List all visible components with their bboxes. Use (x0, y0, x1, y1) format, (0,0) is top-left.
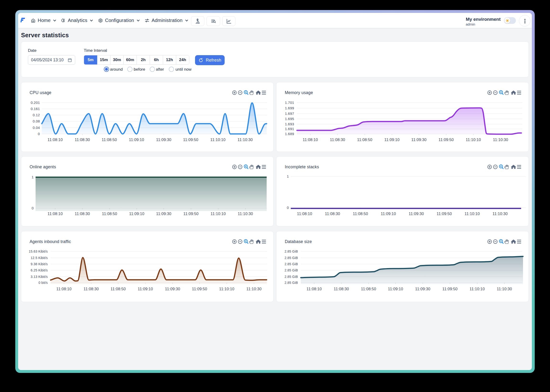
svg-text:11:08:50: 11:08:50 (353, 211, 368, 216)
svg-text:11:09:10: 11:09:10 (388, 287, 403, 291)
svg-text:11:08:30: 11:08:30 (334, 287, 349, 291)
svg-text:11:08:10: 11:08:10 (48, 138, 63, 142)
svg-text:11:10:30: 11:10:30 (497, 287, 512, 291)
svg-text:11:09:30: 11:09:30 (409, 211, 424, 216)
svg-text:11:10:10: 11:10:10 (466, 138, 481, 142)
svg-text:12.5 Kibit/s: 12.5 Kibit/s (31, 256, 48, 260)
svg-text:1: 1 (287, 174, 289, 178)
svg-text:1.697: 1.697 (285, 112, 294, 116)
svg-text:1.693: 1.693 (285, 122, 294, 126)
svg-text:11:09:30: 11:09:30 (411, 138, 427, 142)
svg-text:11:08:50: 11:08:50 (361, 287, 376, 291)
svg-text:11:09:50: 11:09:50 (183, 211, 199, 216)
svg-text:1.699: 1.699 (285, 106, 294, 110)
svg-text:11:09:10: 11:09:10 (129, 211, 144, 216)
svg-text:1: 1 (32, 175, 34, 179)
svg-text:11:09:30: 11:09:30 (156, 138, 171, 142)
svg-text:11:09:10: 11:09:10 (129, 138, 144, 142)
svg-text:11:09:10: 11:09:10 (384, 138, 400, 142)
svg-text:2.85 GiB: 2.85 GiB (285, 281, 298, 285)
svg-text:9.38 Kibit/s: 9.38 Kibit/s (31, 262, 48, 266)
svg-text:0.161: 0.161 (31, 107, 40, 111)
svg-text:1.695: 1.695 (285, 117, 294, 121)
svg-text:2.85 GiB: 2.85 GiB (285, 250, 298, 253)
svg-text:1.689: 1.689 (285, 132, 294, 136)
svg-text:11:10:10: 11:10:10 (210, 138, 226, 142)
svg-text:11:09:30: 11:09:30 (156, 211, 171, 216)
svg-text:11:08:50: 11:08:50 (102, 211, 117, 216)
svg-text:11:10:30: 11:10:30 (237, 138, 253, 142)
svg-text:11:10:10: 11:10:10 (465, 211, 480, 216)
svg-text:15.63 Kibit/s: 15.63 Kibit/s (29, 250, 48, 253)
svg-text:11:08:30: 11:08:30 (75, 211, 90, 216)
svg-text:0.201: 0.201 (31, 100, 40, 105)
svg-text:11:09:10: 11:09:10 (381, 211, 396, 216)
svg-text:1.701: 1.701 (285, 100, 294, 105)
svg-text:11:08:50: 11:08:50 (111, 287, 126, 291)
svg-text:11:09:30: 11:09:30 (415, 287, 430, 291)
svg-text:1.691: 1.691 (285, 127, 294, 131)
svg-text:11:08:30: 11:08:30 (75, 138, 90, 142)
svg-text:2.85 GiB: 2.85 GiB (285, 275, 298, 279)
svg-text:11:09:30: 11:09:30 (165, 287, 180, 291)
svg-text:11:08:10: 11:08:10 (56, 287, 72, 291)
svg-text:11:09:50: 11:09:50 (442, 287, 458, 291)
svg-text:11:08:30: 11:08:30 (325, 211, 340, 216)
svg-text:0.08: 0.08 (33, 119, 40, 123)
svg-text:0.04: 0.04 (33, 126, 40, 130)
svg-text:11:08:10: 11:08:10 (303, 138, 318, 142)
svg-text:11:09:10: 11:09:10 (138, 287, 153, 291)
svg-text:11:09:50: 11:09:50 (183, 138, 198, 142)
svg-text:11:10:10: 11:10:10 (219, 287, 234, 291)
svg-text:11:08:10: 11:08:10 (306, 287, 322, 291)
svg-text:6.25 Kibit/s: 6.25 Kibit/s (31, 268, 48, 272)
svg-text:11:10:30: 11:10:30 (246, 287, 262, 291)
svg-text:11:08:10: 11:08:10 (297, 211, 312, 216)
svg-text:0: 0 (38, 132, 40, 136)
svg-text:0 bit/s: 0 bit/s (38, 281, 48, 285)
svg-text:11:10:10: 11:10:10 (210, 211, 226, 216)
svg-text:2.85 GiB: 2.85 GiB (285, 256, 298, 260)
svg-text:11:10:30: 11:10:30 (493, 211, 508, 216)
svg-text:11:08:30: 11:08:30 (330, 138, 345, 142)
svg-text:11:09:50: 11:09:50 (439, 138, 454, 142)
svg-text:11:08:30: 11:08:30 (84, 287, 99, 291)
svg-text:3.13 Kibit/s: 3.13 Kibit/s (31, 275, 48, 279)
svg-text:0.12: 0.12 (33, 113, 40, 117)
svg-text:11:08:10: 11:08:10 (48, 211, 63, 216)
svg-text:11:10:30: 11:10:30 (238, 211, 253, 216)
svg-text:11:08:50: 11:08:50 (357, 138, 372, 142)
svg-text:11:09:50: 11:09:50 (437, 211, 452, 216)
svg-text:2.85 GiB: 2.85 GiB (285, 268, 298, 272)
svg-text:0: 0 (32, 206, 34, 210)
svg-text:11:10:30: 11:10:30 (493, 138, 508, 142)
svg-text:11:10:10: 11:10:10 (470, 287, 485, 291)
svg-text:2.85 GiB: 2.85 GiB (285, 262, 298, 266)
svg-text:0: 0 (287, 206, 289, 210)
svg-text:11:08:50: 11:08:50 (102, 138, 117, 142)
svg-text:11:09:50: 11:09:50 (192, 287, 207, 291)
